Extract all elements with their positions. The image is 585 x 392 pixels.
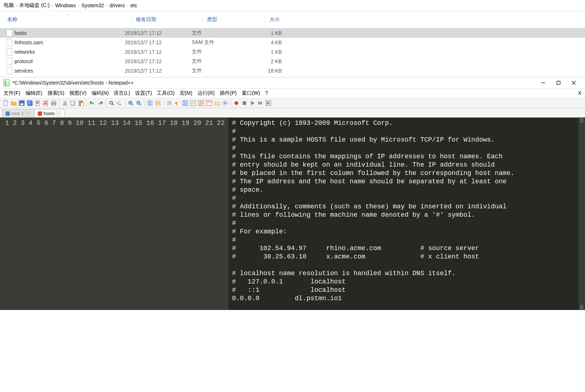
word-wrap-icon[interactable]: [166, 99, 173, 107]
play-multi-icon[interactable]: [257, 99, 264, 107]
menu-item[interactable]: 插件(P): [220, 90, 237, 97]
cut-icon[interactable]: [61, 99, 69, 107]
doc-map-icon[interactable]: [198, 99, 205, 107]
file-size: 4 KB: [245, 40, 286, 45]
tab-label: hosts: [44, 111, 55, 116]
breadcrumb-item[interactable]: 本地磁盘 (C:): [19, 2, 49, 9]
save-icon[interactable]: [18, 99, 25, 107]
breadcrumb-item[interactable]: 电脑: [4, 2, 14, 9]
copy-icon[interactable]: [69, 99, 77, 107]
file-icon: [7, 29, 12, 37]
play-icon[interactable]: [249, 99, 256, 107]
breadcrumb-item[interactable]: etc: [130, 3, 137, 8]
zoom-out-icon[interactable]: [135, 99, 142, 107]
tab-close-icon[interactable]: ×: [25, 111, 31, 116]
close-all-icon[interactable]: [42, 99, 49, 107]
tab-close-icon[interactable]: ×: [56, 111, 61, 116]
close-button[interactable]: [566, 79, 581, 86]
replace-icon[interactable]: ab: [116, 99, 123, 107]
redo-icon[interactable]: [97, 99, 104, 107]
column-header-name[interactable]: ︿名称: [0, 13, 131, 26]
menu-item[interactable]: 工具(O): [157, 90, 174, 97]
stop-icon[interactable]: [241, 99, 248, 107]
file-icon: [7, 48, 12, 56]
breadcrumb-item[interactable]: Windows: [55, 3, 76, 8]
menu-item[interactable]: ?: [265, 90, 268, 97]
chevron-right-icon: ›: [52, 4, 53, 8]
close-icon[interactable]: [34, 99, 41, 107]
file-type: 文件: [187, 30, 245, 36]
undo-icon[interactable]: [89, 99, 96, 107]
zoom-in-icon[interactable]: [127, 99, 134, 107]
svg-rect-42: [156, 101, 160, 103]
folder-icon[interactable]: [214, 99, 221, 107]
open-folder-icon[interactable]: [10, 99, 17, 107]
maximize-button[interactable]: [551, 79, 566, 86]
indent-guide-icon[interactable]: [182, 99, 189, 107]
lang-icon[interactable]: [190, 99, 197, 107]
editor-area[interactable]: 1 2 3 4 5 6 7 8 9 10 11 12 13 14 15 16 1…: [0, 118, 585, 310]
record-icon[interactable]: [233, 99, 240, 107]
file-row[interactable]: networks2019/12/7 17:12文件1 KB: [0, 47, 585, 57]
file-name: hosts: [15, 30, 121, 36]
save-all-icon[interactable]: [26, 99, 33, 107]
chevron-right-icon: ›: [106, 4, 107, 8]
menu-item[interactable]: 搜索(S): [48, 90, 65, 97]
column-header-size[interactable]: 大小: [265, 13, 310, 26]
paste-icon[interactable]: [77, 99, 85, 107]
editor-tab[interactable]: new 1×: [2, 109, 34, 117]
svg-point-20: [63, 104, 65, 106]
menu-item[interactable]: 宏(M): [180, 90, 192, 97]
chevron-right-icon: ›: [78, 4, 79, 8]
svg-rect-9: [27, 101, 32, 105]
column-header-type[interactable]: 类型: [203, 13, 265, 26]
find-icon[interactable]: [108, 99, 115, 107]
file-date: 2019/12/7 17:12: [121, 40, 187, 45]
file-size: 2 KB: [245, 58, 286, 64]
menu-item[interactable]: 文件(F): [4, 90, 20, 97]
sync-h-icon[interactable]: [154, 99, 162, 107]
doc-list-icon[interactable]: [206, 99, 213, 107]
editor-tab[interactable]: hosts×: [34, 109, 65, 117]
chevron-right-icon: ›: [127, 4, 128, 8]
chevron-right-icon: ›: [16, 4, 17, 8]
toolbar-separator: [59, 100, 60, 106]
breadcrumb-item[interactable]: System32: [81, 3, 104, 8]
file-name: protocol: [15, 58, 121, 64]
svg-text:a: a: [117, 101, 119, 105]
monitor-icon[interactable]: [222, 99, 229, 107]
breadcrumb-item[interactable]: drivers: [110, 3, 125, 8]
svg-rect-43: [156, 103, 160, 105]
notepad-plus-plus-window: *C:\Windows\System32\drivers\etc\hosts -…: [0, 77, 585, 310]
vertical-scrollbar[interactable]: [578, 118, 585, 310]
menu-item[interactable]: 设置(T): [135, 90, 152, 97]
sort-asc-icon: ︿: [66, 12, 69, 17]
menu-item[interactable]: 窗口(W): [242, 90, 260, 97]
file-row[interactable]: hosts2019/12/7 17:12文件1 KB: [0, 28, 585, 38]
menu-item[interactable]: 语言(L): [114, 90, 130, 97]
svg-point-21: [65, 104, 67, 106]
menu-item[interactable]: 编码(N): [92, 90, 109, 97]
print-icon[interactable]: [50, 99, 57, 107]
window-titlebar[interactable]: *C:\Windows\System32\drivers\etc\hosts -…: [0, 77, 585, 89]
svg-rect-19: [52, 104, 55, 106]
all-chars-icon[interactable]: ¶: [174, 99, 181, 107]
file-type: 文件: [187, 58, 245, 65]
menu-item[interactable]: 视图(V): [69, 90, 86, 97]
menu-item[interactable]: 运行(R): [198, 90, 215, 97]
save-macro-icon[interactable]: [265, 99, 272, 107]
menu-item[interactable]: 编辑(E): [25, 90, 42, 97]
svg-point-29: [110, 101, 113, 104]
file-row[interactable]: lmhosts.sam2019/12/7 17:12SAM 文件4 KB: [0, 38, 585, 47]
column-header-date[interactable]: 修改日期: [131, 13, 203, 26]
sync-v-icon[interactable]: [146, 99, 154, 107]
code-content[interactable]: # Copyright (c) 1993-2009 Microsoft Corp…: [228, 118, 578, 310]
mdi-close-button[interactable]: X: [578, 90, 581, 97]
file-size: 1 KB: [245, 49, 286, 55]
new-file-icon[interactable]: [2, 99, 9, 107]
menu-bar: 文件(F)编辑(E)搜索(S)视图(V)编码(N)语言(L)设置(T)工具(O)…: [0, 89, 585, 98]
file-row[interactable]: protocol2019/12/7 17:12文件2 KB: [0, 57, 585, 66]
minimize-button[interactable]: [536, 79, 551, 86]
file-date: 2019/12/7 17:12: [121, 30, 187, 36]
file-row[interactable]: services2019/12/7 17:12文件18 KB: [0, 66, 585, 75]
